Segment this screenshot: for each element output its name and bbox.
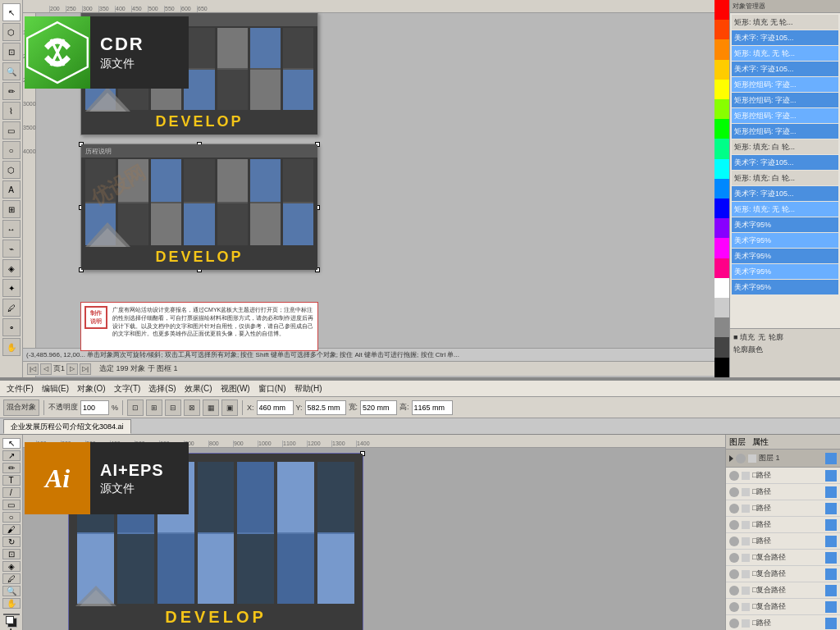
- li-eye-8[interactable]: [729, 586, 739, 596]
- ai-fill-stroke[interactable]: [3, 614, 20, 615]
- color-lgray[interactable]: [714, 298, 729, 317]
- li-lock-8[interactable]: [742, 587, 750, 595]
- props-tab[interactable]: 属性: [752, 436, 769, 448]
- li-lock-6[interactable]: [742, 554, 750, 562]
- li-eye-9[interactable]: [729, 602, 739, 612]
- menu-object[interactable]: 对象(O): [74, 383, 108, 395]
- align-center-btn[interactable]: ⊞: [146, 399, 162, 416]
- ai-rotate-tool[interactable]: ↻: [2, 536, 21, 547]
- page-last-btn[interactable]: ▷|: [80, 363, 91, 375]
- obj-item-9[interactable]: 美术字: 字迹105...: [732, 186, 838, 201]
- page-next-btn[interactable]: ▷: [66, 363, 78, 375]
- color-yellow2[interactable]: [714, 80, 729, 99]
- color-pink[interactable]: [714, 258, 729, 278]
- ai-line-tool[interactable]: /: [2, 487, 21, 498]
- layer-item-4[interactable]: □路径: [726, 517, 840, 533]
- x-input[interactable]: [257, 400, 294, 415]
- text-tool[interactable]: A: [2, 180, 21, 199]
- ai-scale-tool[interactable]: ⊡: [2, 549, 21, 559]
- li-lock-10[interactable]: [742, 619, 750, 628]
- freehand-tool[interactable]: ✏: [2, 82, 21, 100]
- li-lock-4[interactable]: [742, 521, 750, 529]
- li-eye-6[interactable]: [729, 553, 739, 563]
- color-yellow[interactable]: [714, 60, 729, 80]
- align-right-btn[interactable]: ⊟: [165, 399, 181, 416]
- layer-item-10[interactable]: □路径: [726, 615, 840, 630]
- li-eye-10[interactable]: [729, 619, 739, 628]
- align-vcenter-btn[interactable]: ▦: [203, 399, 219, 416]
- color-purple[interactable]: [714, 218, 729, 238]
- layer-1-lock[interactable]: [748, 454, 756, 463]
- li-lock-1[interactable]: [742, 472, 750, 480]
- menu-file[interactable]: 文件(F): [3, 383, 37, 395]
- layer-item-1[interactable]: □路径: [726, 468, 840, 484]
- color-lime[interactable]: [714, 99, 729, 119]
- color-palette[interactable]: [714, 0, 729, 377]
- ai-ellipse-tool[interactable]: ○: [2, 512, 21, 523]
- table-tool[interactable]: ⊞: [2, 200, 21, 218]
- li-eye-7[interactable]: [729, 569, 739, 579]
- color-red-orange[interactable]: [714, 20, 729, 39]
- menu-effect[interactable]: 效果(C): [181, 383, 216, 395]
- align-top-btn[interactable]: ⊠: [184, 399, 200, 416]
- li-eye-4[interactable]: [729, 520, 739, 530]
- li-lock-9[interactable]: [742, 603, 750, 611]
- zoom-tool[interactable]: 🔍: [2, 62, 21, 80]
- color-white[interactable]: [714, 278, 729, 298]
- smart-draw-tool[interactable]: ⌇: [2, 102, 21, 120]
- ai-select-tool[interactable]: ↖: [2, 438, 21, 449]
- obj-item-14[interactable]: 美术字95%: [732, 264, 838, 279]
- polygon-tool[interactable]: ⬡: [2, 161, 21, 179]
- ai-rect-tool[interactable]: ▭: [2, 500, 21, 510]
- obj-item-4[interactable]: 矩形控组码: 字迹...: [732, 77, 838, 92]
- page-first-btn[interactable]: |◁: [27, 363, 39, 375]
- color-black[interactable]: [714, 358, 729, 377]
- w-input[interactable]: [360, 400, 397, 415]
- color-gray[interactable]: [714, 317, 729, 337]
- ai-text-tool[interactable]: T: [2, 475, 21, 486]
- select-tool[interactable]: ↖: [2, 3, 21, 21]
- color-orange[interactable]: [714, 39, 729, 59]
- obj-item-7[interactable]: 矩形控组码: 字迹...: [732, 124, 838, 139]
- obj-item-1[interactable]: 美术字: 字迹105...: [732, 30, 838, 45]
- color-mint[interactable]: [714, 139, 729, 158]
- ai-zoom-tool[interactable]: 🔍: [2, 586, 21, 596]
- color-red[interactable]: [714, 0, 729, 20]
- layer-item-5[interactable]: □路径: [726, 533, 840, 550]
- ai-direct-tool[interactable]: ↗: [2, 450, 21, 461]
- layer-item-6[interactable]: □复合路径: [726, 550, 840, 566]
- y-input[interactable]: [305, 400, 346, 415]
- obj-item-3[interactable]: 美术字: 字迹105...: [732, 62, 838, 76]
- menu-view[interactable]: 视图(W): [217, 383, 253, 395]
- opacity-input[interactable]: [80, 400, 109, 415]
- layer-item-7[interactable]: □复合路径: [726, 566, 840, 582]
- rect-tool[interactable]: ▭: [2, 121, 21, 139]
- obj-item-15[interactable]: 美术字95%: [732, 280, 838, 294]
- color-magenta[interactable]: [714, 238, 729, 258]
- layer-item-2[interactable]: □路径: [726, 484, 840, 500]
- obj-item-2[interactable]: 矩形: 填充, 无 轮...: [732, 46, 838, 61]
- color-green[interactable]: [714, 119, 729, 139]
- dimension-tool[interactable]: ↔: [2, 220, 21, 238]
- li-lock-5[interactable]: [742, 537, 750, 546]
- obj-item-13[interactable]: 美术字95%: [732, 249, 838, 263]
- h-input[interactable]: [412, 400, 453, 415]
- ai-eyedrop-tool[interactable]: 🖊: [2, 573, 21, 584]
- hand-tool[interactable]: ✋: [2, 338, 21, 356]
- obj-item-5[interactable]: 矩形控组码: 字迹...: [732, 93, 838, 107]
- color-blue[interactable]: [714, 199, 729, 218]
- li-lock-3[interactable]: [742, 504, 750, 513]
- connector-tool[interactable]: ⌁: [2, 240, 21, 258]
- outline-tool[interactable]: ⚬: [2, 318, 21, 336]
- eyedropper-tool[interactable]: 🖊: [2, 299, 21, 317]
- color-dgray[interactable]: [714, 337, 729, 357]
- li-eye-3[interactable]: [729, 504, 739, 514]
- layer-item-8[interactable]: □复合路径: [726, 582, 840, 599]
- menu-window[interactable]: 窗口(N): [255, 383, 290, 395]
- menu-help[interactable]: 帮助(H): [291, 383, 326, 395]
- interactive-tool[interactable]: ✦: [2, 279, 21, 297]
- crop-tool[interactable]: ⊡: [2, 43, 21, 61]
- color-sky[interactable]: [714, 179, 729, 199]
- fill-tool[interactable]: ◈: [2, 259, 21, 277]
- ai-file-tab[interactable]: 企业发展历程公司介绍文化3084.ai: [3, 419, 131, 434]
